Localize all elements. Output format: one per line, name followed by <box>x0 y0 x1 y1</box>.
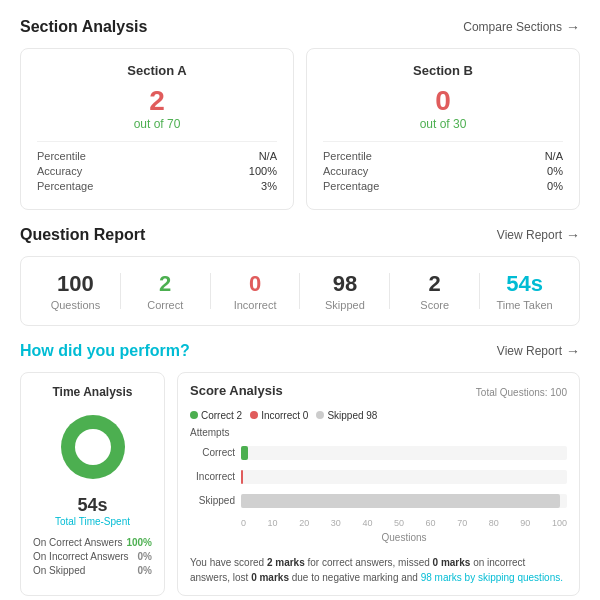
breakdown-incorrect-label: On Incorrect Answers <box>33 551 129 562</box>
performance-arrow-icon: → <box>566 343 580 359</box>
section-a-title: Section A <box>37 63 277 78</box>
time-value: 54s <box>33 495 152 516</box>
legend-correct: Correct 2 <box>190 410 242 421</box>
compare-arrow-icon: → <box>566 19 580 35</box>
stat-correct-value: 2 <box>121 271 210 297</box>
legend-correct-label: Correct 2 <box>201 410 242 421</box>
legend: Correct 2 Incorrect 0 Skipped 98 <box>190 410 567 421</box>
section-b-percentile-label: Percentile <box>323 150 372 162</box>
bar-chart: Correct Incorrect Skipped <box>190 442 567 547</box>
section-a-percentile-val: N/A <box>259 150 277 162</box>
bar-skipped-label: Skipped <box>190 495 235 506</box>
section-a-accuracy-label: Accuracy <box>37 165 82 177</box>
bar-incorrect-row: Incorrect <box>190 470 567 484</box>
breakdown-correct: On Correct Answers 100% <box>33 537 152 548</box>
total-questions-label: Total Questions: 100 <box>476 387 567 398</box>
legend-incorrect-label: Incorrect 0 <box>261 410 308 421</box>
performance-view-label: View Report <box>497 344 562 358</box>
breakdown-incorrect-val: 0% <box>138 551 152 562</box>
summary-scored: 2 marks <box>267 557 305 568</box>
stat-skipped-value: 98 <box>300 271 389 297</box>
section-a-accuracy-row: Accuracy 100% <box>37 165 277 177</box>
bar-correct-row: Correct <box>190 446 567 460</box>
score-analysis-title: Score Analysis <box>190 383 283 398</box>
performance-header: How did you perform? View Report → <box>20 342 580 360</box>
section-b-accuracy-row: Accuracy 0% <box>323 165 563 177</box>
breakdown-correct-label: On Correct Answers <box>33 537 122 548</box>
view-report-arrow-icon: → <box>566 227 580 243</box>
time-breakdown: On Correct Answers 100% On Incorrect Ans… <box>33 537 152 576</box>
performance-body: Time Analysis 54s Total Time-Spent On Co… <box>20 372 580 596</box>
section-b-percentage-label: Percentage <box>323 180 379 192</box>
section-b-meta: Percentile N/A Accuracy 0% Percentage 0% <box>323 141 563 192</box>
breakdown-skipped: On Skipped 0% <box>33 565 152 576</box>
chart-x-axis: 0 10 20 30 40 50 60 70 80 90 100 <box>241 518 567 528</box>
summary-missed: 0 marks <box>433 557 471 568</box>
stat-incorrect-value: 0 <box>211 271 300 297</box>
question-report-title: Question Report <box>20 226 145 244</box>
chart-x-label: Questions <box>241 532 567 543</box>
section-a-percentage-row: Percentage 3% <box>37 180 277 192</box>
stat-time: 54s Time Taken <box>480 271 569 311</box>
score-meta-row: Score Analysis Total Questions: 100 <box>190 383 567 402</box>
svg-point-1 <box>75 429 111 465</box>
stat-questions: 100 Questions <box>31 271 120 311</box>
stat-time-label: Time Taken <box>480 299 569 311</box>
section-b-percentile-val: N/A <box>545 150 563 162</box>
section-b-accuracy-val: 0% <box>547 165 563 177</box>
summary-skipped: 98 marks by skipping questions. <box>421 572 563 583</box>
stat-incorrect-label: Incorrect <box>211 299 300 311</box>
stat-skipped: 98 Skipped <box>300 271 389 311</box>
legend-skipped-label: Skipped 98 <box>327 410 377 421</box>
question-report-section: Question Report View Report → 100 Questi… <box>20 226 580 326</box>
bar-incorrect-label: Incorrect <box>190 471 235 482</box>
legend-skipped-dot <box>316 411 324 419</box>
time-analysis-card: Time Analysis 54s Total Time-Spent On Co… <box>20 372 165 596</box>
section-b-percentile-row: Percentile N/A <box>323 150 563 162</box>
stat-score: 2 Score <box>390 271 479 311</box>
breakdown-skipped-label: On Skipped <box>33 565 85 576</box>
stat-correct-label: Correct <box>121 299 210 311</box>
bar-skipped-fill <box>241 494 560 508</box>
compare-sections-btn[interactable]: Compare Sections → <box>463 19 580 35</box>
breakdown-correct-val: 100% <box>126 537 152 548</box>
breakdown-incorrect: On Incorrect Answers 0% <box>33 551 152 562</box>
legend-incorrect-dot <box>250 411 258 419</box>
section-b-title: Section B <box>323 63 563 78</box>
compare-sections-label: Compare Sections <box>463 20 562 34</box>
view-report-label: View Report <box>497 228 562 242</box>
section-b-accuracy-label: Accuracy <box>323 165 368 177</box>
view-report-btn[interactable]: View Report → <box>497 227 580 243</box>
bar-correct-label: Correct <box>190 447 235 458</box>
section-a-accuracy-val: 100% <box>249 165 277 177</box>
section-a-percentile-label: Percentile <box>37 150 86 162</box>
time-spent-label: Total Time-Spent <box>33 516 152 527</box>
stat-incorrect: 0 Incorrect <box>211 271 300 311</box>
legend-correct-dot <box>190 411 198 419</box>
section-analysis-title: Section Analysis <box>20 18 147 36</box>
sections-row: Section A 2 out of 70 Percentile N/A Acc… <box>20 48 580 210</box>
performance-view-report-btn[interactable]: View Report → <box>497 343 580 359</box>
question-report-header: Question Report View Report → <box>20 226 580 244</box>
bar-correct-fill <box>241 446 248 460</box>
stat-score-label: Score <box>390 299 479 311</box>
stat-time-value: 54s <box>480 271 569 297</box>
section-b-percentage-row: Percentage 0% <box>323 180 563 192</box>
donut-chart <box>53 407 133 487</box>
section-a-out-of: out of 70 <box>37 117 277 131</box>
bar-skipped-row: Skipped <box>190 494 567 508</box>
performance-section: How did you perform? View Report → Time … <box>20 342 580 596</box>
section-a-score: 2 <box>37 86 277 117</box>
stat-questions-label: Questions <box>31 299 120 311</box>
breakdown-skipped-val: 0% <box>138 565 152 576</box>
section-a-percentage-val: 3% <box>261 180 277 192</box>
summary-text: You have scored 2 marks for correct answ… <box>190 555 567 585</box>
section-a-meta: Percentile N/A Accuracy 100% Percentage … <box>37 141 277 192</box>
time-analysis-title: Time Analysis <box>33 385 152 399</box>
section-analysis-header: Section Analysis Compare Sections → <box>20 18 580 36</box>
section-a-percentile-row: Percentile N/A <box>37 150 277 162</box>
donut-chart-container <box>33 407 152 487</box>
section-b-card: Section B 0 out of 30 Percentile N/A Acc… <box>306 48 580 210</box>
legend-skipped: Skipped 98 <box>316 410 377 421</box>
legend-incorrect: Incorrect 0 <box>250 410 308 421</box>
